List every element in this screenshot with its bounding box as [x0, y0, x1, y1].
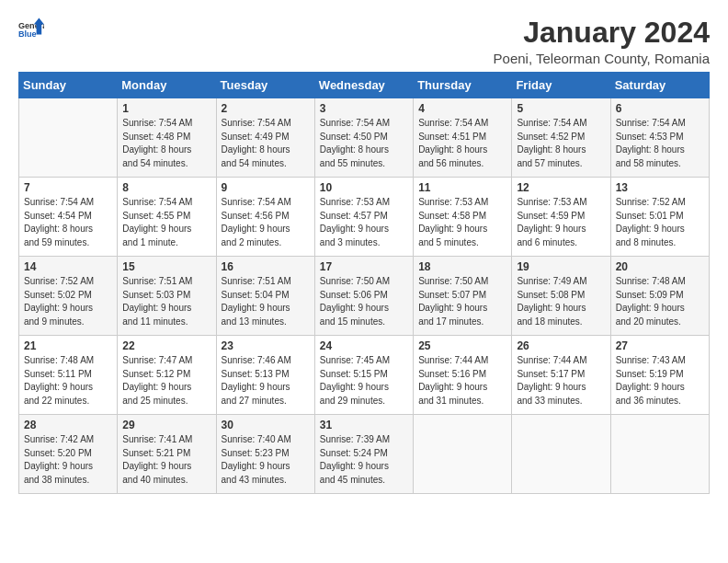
table-row	[512, 415, 610, 494]
title-block: January 2024 Poeni, Teleorman County, Ro…	[494, 17, 710, 66]
day-number: 28	[24, 419, 112, 431]
table-row: 25Sunrise: 7:44 AMSunset: 5:16 PMDayligh…	[414, 336, 512, 415]
day-info: Sunrise: 7:43 AMSunset: 5:19 PMDaylight:…	[616, 354, 704, 408]
day-info: Sunrise: 7:41 AMSunset: 5:21 PMDaylight:…	[122, 433, 210, 487]
day-number: 12	[517, 181, 605, 194]
day-info: Sunrise: 7:50 AMSunset: 5:07 PMDaylight:…	[418, 275, 506, 328]
table-row: 16Sunrise: 7:51 AMSunset: 5:04 PMDayligh…	[216, 257, 314, 336]
table-row: 27Sunrise: 7:43 AMSunset: 5:19 PMDayligh…	[610, 336, 709, 415]
day-number: 5	[517, 102, 605, 115]
day-info: Sunrise: 7:54 AMSunset: 4:51 PMDaylight:…	[418, 117, 506, 170]
table-row: 2Sunrise: 7:54 AMSunset: 4:49 PMDaylight…	[216, 98, 314, 178]
day-number: 23	[222, 339, 310, 352]
day-number: 8	[122, 181, 210, 194]
table-row: 13Sunrise: 7:52 AMSunset: 5:01 PMDayligh…	[610, 178, 709, 257]
day-number: 16	[222, 260, 310, 273]
table-row: 24Sunrise: 7:45 AMSunset: 5:15 PMDayligh…	[314, 336, 413, 415]
calendar-week-row: 1Sunrise: 7:54 AMSunset: 4:48 PMDaylight…	[19, 98, 710, 178]
day-info: Sunrise: 7:53 AMSunset: 4:57 PMDaylight:…	[320, 196, 408, 249]
day-info: Sunrise: 7:49 AMSunset: 5:08 PMDaylight:…	[517, 275, 605, 328]
day-number: 13	[616, 181, 704, 194]
table-row: 11Sunrise: 7:53 AMSunset: 4:58 PMDayligh…	[414, 178, 512, 257]
day-info: Sunrise: 7:39 AMSunset: 5:24 PMDaylight:…	[320, 433, 408, 487]
day-number: 15	[122, 260, 210, 273]
table-row: 28Sunrise: 7:42 AMSunset: 5:20 PMDayligh…	[19, 415, 118, 494]
calendar-week-row: 14Sunrise: 7:52 AMSunset: 5:02 PMDayligh…	[19, 257, 710, 336]
day-number: 31	[320, 419, 408, 431]
table-row: 3Sunrise: 7:54 AMSunset: 4:50 PMDaylight…	[314, 98, 413, 178]
day-info: Sunrise: 7:54 AMSunset: 4:53 PMDaylight:…	[616, 117, 704, 170]
day-number: 17	[320, 260, 408, 273]
table-row: 1Sunrise: 7:54 AMSunset: 4:48 PMDaylight…	[118, 98, 216, 178]
table-row: 14Sunrise: 7:52 AMSunset: 5:02 PMDayligh…	[19, 257, 118, 336]
day-info: Sunrise: 7:54 AMSunset: 4:52 PMDaylight:…	[517, 117, 605, 170]
table-row: 19Sunrise: 7:49 AMSunset: 5:08 PMDayligh…	[512, 257, 610, 336]
day-info: Sunrise: 7:48 AMSunset: 5:09 PMDaylight:…	[616, 275, 704, 328]
day-number: 27	[616, 339, 704, 352]
day-number: 21	[24, 339, 112, 352]
table-row: 8Sunrise: 7:54 AMSunset: 4:55 PMDaylight…	[118, 178, 216, 257]
day-info: Sunrise: 7:54 AMSunset: 4:50 PMDaylight:…	[320, 117, 408, 170]
col-monday: Monday	[118, 73, 216, 98]
table-row: 4Sunrise: 7:54 AMSunset: 4:51 PMDaylight…	[414, 98, 512, 178]
col-wednesday: Wednesday	[314, 73, 413, 98]
day-info: Sunrise: 7:53 AMSunset: 4:59 PMDaylight:…	[517, 196, 605, 249]
header: General Blue January 2024 Poeni, Teleorm…	[18, 17, 710, 66]
calendar-header-row: Sunday Monday Tuesday Wednesday Thursday…	[19, 73, 710, 98]
day-number: 14	[24, 260, 112, 273]
day-number: 20	[616, 260, 704, 273]
day-info: Sunrise: 7:51 AMSunset: 5:03 PMDaylight:…	[122, 275, 210, 328]
col-thursday: Thursday	[414, 73, 512, 98]
table-row: 18Sunrise: 7:50 AMSunset: 5:07 PMDayligh…	[414, 257, 512, 336]
calendar-week-row: 21Sunrise: 7:48 AMSunset: 5:11 PMDayligh…	[19, 336, 710, 415]
day-info: Sunrise: 7:51 AMSunset: 5:04 PMDaylight:…	[222, 275, 310, 328]
day-info: Sunrise: 7:47 AMSunset: 5:12 PMDaylight:…	[122, 354, 210, 408]
logo: General Blue	[18, 17, 44, 42]
day-number: 30	[222, 419, 310, 431]
table-row: 30Sunrise: 7:40 AMSunset: 5:23 PMDayligh…	[216, 415, 314, 494]
table-row: 21Sunrise: 7:48 AMSunset: 5:11 PMDayligh…	[19, 336, 118, 415]
day-number: 10	[320, 181, 408, 194]
day-number: 25	[418, 339, 506, 352]
col-tuesday: Tuesday	[216, 73, 314, 98]
table-row: 26Sunrise: 7:44 AMSunset: 5:17 PMDayligh…	[512, 336, 610, 415]
day-number: 29	[122, 419, 210, 431]
table-row: 29Sunrise: 7:41 AMSunset: 5:21 PMDayligh…	[118, 415, 216, 494]
table-row	[610, 415, 709, 494]
day-number: 24	[320, 339, 408, 352]
col-sunday: Sunday	[19, 73, 118, 98]
day-info: Sunrise: 7:54 AMSunset: 4:54 PMDaylight:…	[24, 196, 112, 249]
day-info: Sunrise: 7:42 AMSunset: 5:20 PMDaylight:…	[24, 433, 112, 487]
table-row: 5Sunrise: 7:54 AMSunset: 4:52 PMDaylight…	[512, 98, 610, 178]
day-info: Sunrise: 7:50 AMSunset: 5:06 PMDaylight:…	[320, 275, 408, 328]
day-info: Sunrise: 7:44 AMSunset: 5:17 PMDaylight:…	[517, 354, 605, 408]
table-row: 23Sunrise: 7:46 AMSunset: 5:13 PMDayligh…	[216, 336, 314, 415]
location-title: Poeni, Teleorman County, Romania	[494, 51, 710, 66]
table-row: 6Sunrise: 7:54 AMSunset: 4:53 PMDaylight…	[610, 98, 709, 178]
col-friday: Friday	[512, 73, 610, 98]
day-info: Sunrise: 7:46 AMSunset: 5:13 PMDaylight:…	[222, 354, 310, 408]
day-info: Sunrise: 7:48 AMSunset: 5:11 PMDaylight:…	[24, 354, 112, 408]
day-number: 18	[418, 260, 506, 273]
day-info: Sunrise: 7:54 AMSunset: 4:48 PMDaylight:…	[122, 117, 210, 170]
day-info: Sunrise: 7:54 AMSunset: 4:56 PMDaylight:…	[222, 196, 310, 249]
day-info: Sunrise: 7:45 AMSunset: 5:15 PMDaylight:…	[320, 354, 408, 408]
day-info: Sunrise: 7:52 AMSunset: 5:02 PMDaylight:…	[24, 275, 112, 328]
day-number: 22	[122, 339, 210, 352]
day-number: 9	[222, 181, 310, 194]
day-info: Sunrise: 7:44 AMSunset: 5:16 PMDaylight:…	[418, 354, 506, 408]
day-number: 1	[122, 102, 210, 115]
day-info: Sunrise: 7:53 AMSunset: 4:58 PMDaylight:…	[418, 196, 506, 249]
table-row: 10Sunrise: 7:53 AMSunset: 4:57 PMDayligh…	[314, 178, 413, 257]
calendar-week-row: 7Sunrise: 7:54 AMSunset: 4:54 PMDaylight…	[19, 178, 710, 257]
logo-icon: General Blue	[18, 17, 44, 42]
day-number: 4	[418, 102, 506, 115]
day-number: 7	[24, 181, 112, 194]
day-number: 3	[320, 102, 408, 115]
calendar-week-row: 28Sunrise: 7:42 AMSunset: 5:20 PMDayligh…	[19, 415, 710, 494]
day-number: 11	[418, 181, 506, 194]
day-number: 2	[222, 102, 310, 115]
day-info: Sunrise: 7:40 AMSunset: 5:23 PMDaylight:…	[222, 433, 310, 487]
table-row: 15Sunrise: 7:51 AMSunset: 5:03 PMDayligh…	[118, 257, 216, 336]
day-info: Sunrise: 7:52 AMSunset: 5:01 PMDaylight:…	[616, 196, 704, 249]
